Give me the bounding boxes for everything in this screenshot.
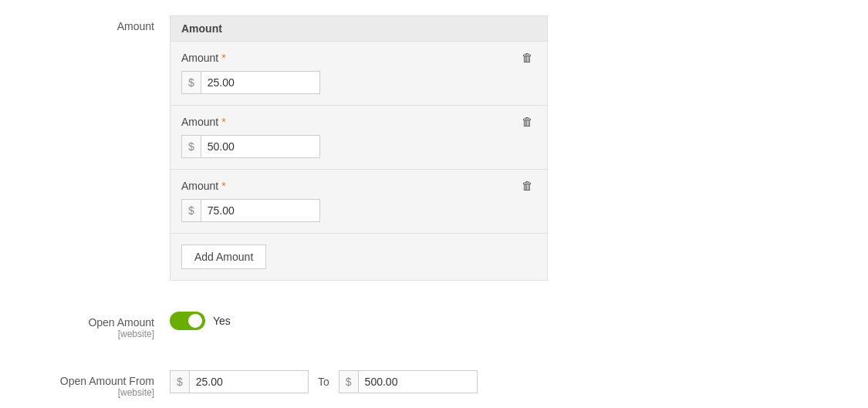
page-wrapper: Amount Amount Amount* 🗑 $ (0, 0, 868, 408)
open-amount-toggle-container: Yes (170, 312, 548, 330)
trash-icon-3: 🗑 (522, 179, 533, 192)
amount-input-2-wrapper: $ (181, 135, 320, 158)
amount-input-3[interactable] (201, 200, 302, 221)
open-amount-from-fields: $ To $ (170, 370, 548, 393)
trash-icon-2: 🗑 (522, 115, 533, 128)
amount-field-label: Amount (0, 15, 170, 32)
from-amount-input[interactable] (190, 371, 290, 393)
amount-input-3-wrapper: $ (181, 199, 320, 222)
amount-container: Amount Amount* 🗑 $ (170, 15, 548, 281)
open-amount-toggle[interactable] (170, 312, 205, 330)
amount-prefix-3: $ (182, 200, 201, 221)
amount-item-1: Amount* 🗑 $ (171, 42, 547, 106)
amount-item-3: Amount* 🗑 $ (171, 170, 547, 234)
open-amount-label-text: Open Amount (88, 316, 154, 329)
amount-item-1-label: Amount* (181, 52, 226, 64)
delete-amount-1-button[interactable]: 🗑 (518, 49, 536, 66)
to-amount-input[interactable] (359, 371, 459, 393)
amount-form-content: Amount Amount* 🗑 $ (170, 15, 548, 281)
from-input-wrapper: $ (170, 370, 309, 393)
required-star-1: * (221, 52, 225, 64)
amount-input-1[interactable] (201, 72, 302, 93)
amount-prefix-2: $ (182, 136, 201, 157)
required-star-3: * (221, 180, 225, 192)
amount-label-text: Amount (117, 20, 154, 32)
add-amount-button[interactable]: Add Amount (181, 244, 266, 269)
add-amount-section: Add Amount (171, 234, 547, 280)
toggle-slider (170, 312, 205, 330)
open-amount-from-sublabel: [website] (0, 387, 154, 398)
amount-item-1-header: Amount* 🗑 (181, 49, 536, 66)
add-amount-button-label: Add Amount (194, 251, 253, 263)
open-amount-from-label-text: Open Amount From (60, 375, 154, 387)
required-star-2: * (221, 116, 225, 128)
open-amount-form-row: Open Amount [website] Yes (0, 304, 868, 347)
amount-item-2: Amount* 🗑 $ (171, 106, 547, 170)
trash-icon-1: 🗑 (522, 51, 533, 64)
amount-input-2[interactable] (201, 136, 302, 157)
amount-section-header: Amount (171, 16, 547, 42)
to-prefix: $ (339, 371, 359, 393)
amount-item-3-header: Amount* 🗑 (181, 177, 536, 194)
amount-item-2-label: Amount* (181, 116, 226, 128)
toggle-yes-label: Yes (213, 315, 231, 327)
open-amount-content: Yes (170, 312, 548, 330)
amount-item-2-header: Amount* 🗑 (181, 113, 536, 130)
open-amount-from-content: $ To $ (170, 370, 548, 393)
from-prefix: $ (171, 371, 190, 393)
open-amount-from-label: Open Amount From [website] (0, 370, 170, 398)
to-input-wrapper: $ (339, 370, 478, 393)
amount-form-row: Amount Amount Amount* 🗑 $ (0, 8, 868, 288)
open-amount-from-form-row: Open Amount From [website] $ To $ (0, 362, 868, 406)
delete-amount-3-button[interactable]: 🗑 (518, 177, 536, 194)
amount-prefix-1: $ (182, 72, 201, 93)
open-amount-label: Open Amount [website] (0, 312, 170, 339)
open-amount-sublabel: [website] (0, 329, 154, 339)
delete-amount-2-button[interactable]: 🗑 (518, 113, 536, 130)
amount-input-1-wrapper: $ (181, 71, 320, 94)
to-label: To (318, 376, 329, 388)
amount-item-3-label: Amount* (181, 180, 226, 192)
